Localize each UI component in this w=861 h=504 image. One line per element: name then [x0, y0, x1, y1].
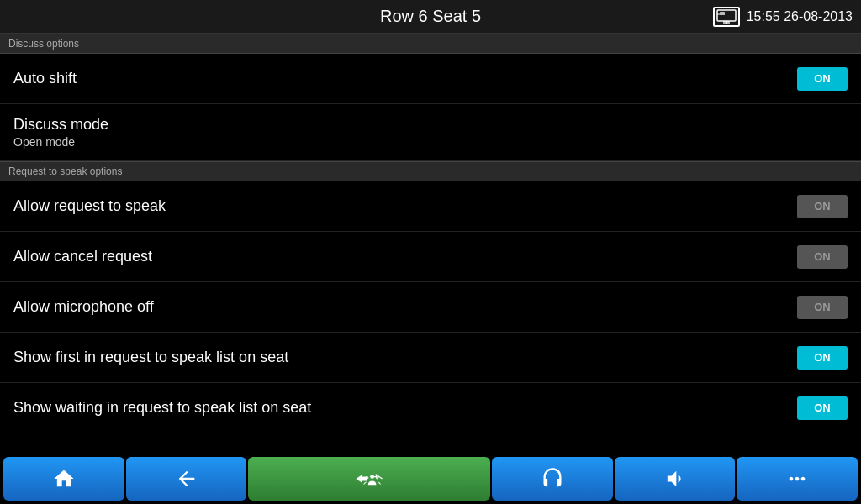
allow-microphone-off-row: Allow microphone off ON — [0, 282, 861, 333]
auto-shift-row: Auto shift ON — [0, 54, 861, 104]
header-title: Row 6 Seat 5 — [380, 7, 481, 26]
allow-cancel-request-toggle-btn[interactable]: ON — [797, 245, 848, 269]
main-content: Discuss options Auto shift ON Discuss mo… — [0, 34, 861, 454]
show-waiting-in-request-row: Show waiting in request to speak list on… — [0, 383, 861, 433]
show-first-in-request-row: Show first in request to speak list on s… — [0, 333, 861, 383]
svg-rect-0 — [717, 10, 736, 21]
conference-icon — [354, 467, 384, 491]
show-waiting-in-request-label: Show waiting in request to speak list on… — [13, 399, 311, 417]
volume-button[interactable] — [615, 457, 736, 501]
allow-cancel-request-row: Allow cancel request ON — [0, 232, 861, 282]
volume-icon — [663, 467, 686, 491]
svg-point-6 — [366, 476, 369, 480]
show-waiting-in-request-toggle-btn[interactable]: ON — [797, 396, 848, 420]
allow-microphone-off-label: Allow microphone off — [13, 298, 154, 316]
device-icon — [713, 7, 740, 27]
allow-request-to-speak-toggle[interactable]: ON — [780, 195, 848, 218]
show-first-in-request-label: Show first in request to speak list on s… — [13, 349, 288, 366]
allow-cancel-request-toggle[interactable]: ON — [780, 245, 848, 269]
show-waiting-in-request-toggle[interactable]: ON — [780, 396, 848, 420]
back-icon — [175, 467, 198, 491]
header-right: 15:55 26-08-2013 — [713, 7, 853, 27]
show-first-in-request-toggle[interactable]: ON — [780, 346, 848, 370]
headphone-icon — [541, 467, 564, 491]
allow-request-to-speak-toggle-btn[interactable]: ON — [797, 195, 848, 218]
show-first-in-request-toggle-btn[interactable]: ON — [797, 346, 848, 370]
auto-shift-toggle[interactable]: ON — [780, 67, 848, 91]
discuss-mode-row: Discuss mode Open mode — [0, 104, 861, 161]
auto-shift-toggle-btn[interactable]: ON — [797, 67, 848, 91]
header: Row 6 Seat 5 15:55 26-08-2013 — [0, 0, 861, 34]
discuss-mode-sublabel: Open mode — [13, 135, 848, 149]
bottom-toolbar — [0, 454, 861, 504]
more-button[interactable] — [737, 457, 858, 501]
header-time: 15:55 26-08-2013 — [747, 9, 853, 24]
allow-cancel-request-label: Allow cancel request — [13, 248, 152, 265]
discuss-options-section-header: Discuss options — [0, 34, 861, 54]
request-to-speak-section-header: Request to speak options — [0, 161, 861, 181]
allow-request-to-speak-row: Allow request to speak ON — [0, 181, 861, 232]
discuss-mode-label: Discuss mode — [13, 116, 848, 134]
svg-rect-1 — [720, 12, 725, 15]
conference-button[interactable] — [248, 457, 489, 501]
back-button[interactable] — [126, 457, 247, 501]
allow-microphone-off-toggle-btn[interactable]: ON — [797, 296, 848, 319]
headphone-button[interactable] — [492, 457, 613, 501]
allow-microphone-off-toggle[interactable]: ON — [780, 296, 848, 319]
home-icon — [52, 467, 76, 491]
more-icon — [785, 467, 809, 491]
allow-request-to-speak-label: Allow request to speak — [13, 197, 166, 215]
home-button[interactable] — [3, 457, 124, 501]
auto-shift-label: Auto shift — [13, 70, 77, 87]
